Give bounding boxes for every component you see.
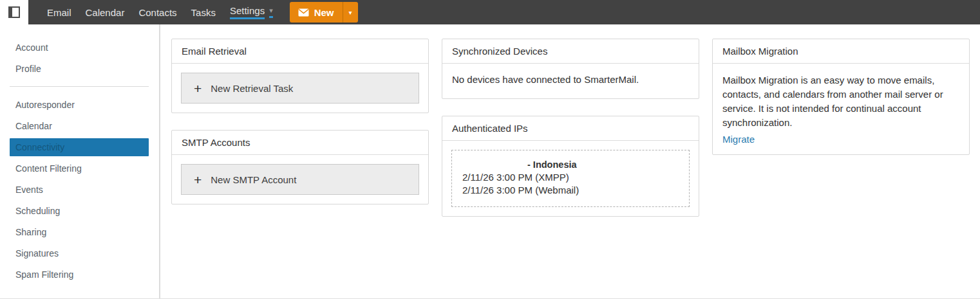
ip-session: 2/11/26 3:00 PM (XMPP) [462, 171, 679, 184]
column-2: Synchronized Devices No devices have con… [442, 39, 699, 217]
sidebar-item-calendar[interactable]: Calendar [0, 115, 159, 136]
email-retrieval-card: Email Retrieval + New Retrieval Task [171, 39, 429, 113]
sidebar-divider [10, 86, 149, 87]
sidebar-item-content-filtering[interactable]: Content Filtering [0, 158, 159, 179]
top-navigation: Email Calendar Contacts Tasks Settings ▾… [28, 0, 358, 24]
sidebar-item-account[interactable]: Account [0, 37, 159, 58]
new-dropdown-button[interactable]: ▾ [343, 2, 358, 23]
nav-item-contacts[interactable]: Contacts [131, 0, 184, 24]
sidebar-item-connectivity[interactable]: Connectivity [10, 138, 149, 156]
button-label: New SMTP Account [211, 174, 296, 185]
nav-item-label: Settings [230, 5, 265, 19]
new-button[interactable]: New [290, 2, 343, 23]
topbar: Email Calendar Contacts Tasks Settings ▾… [0, 0, 980, 24]
sidebar-item-autoresponder[interactable]: Autoresponder [0, 94, 159, 115]
card-body: - Indonesia 2/11/26 3:00 PM (XMPP) 2/11/… [442, 141, 699, 216]
authenticated-ips-card: Authenticated IPs - Indonesia 2/11/26 3:… [442, 116, 699, 217]
sidebar-item-label: Calendar [15, 121, 52, 131]
column-3: Mailbox Migration Mailbox Migration is a… [712, 39, 970, 155]
sidebar-item-profile[interactable]: Profile [0, 58, 159, 79]
nav-item-label: Calendar [86, 7, 125, 18]
nav-item-email[interactable]: Email [40, 0, 79, 24]
new-smtp-account-button[interactable]: + New SMTP Account [181, 164, 419, 195]
card-title: Authenticated IPs [442, 116, 699, 141]
nav-item-settings[interactable]: Settings ▾ [223, 0, 280, 24]
sidebar-item-label: Content Filtering [15, 163, 82, 174]
sidebar-item-events[interactable]: Events [0, 179, 159, 200]
app-logo[interactable] [0, 0, 28, 24]
sidebar-item-label: Autoresponder [15, 100, 75, 110]
sidebar-item-label: Scheduling [15, 206, 60, 216]
nav-item-label: Tasks [191, 7, 216, 18]
ip-location: - Indonesia [462, 158, 679, 171]
sidebar-item-label: Sharing [15, 227, 46, 237]
plus-icon: + [194, 173, 202, 186]
no-devices-message: No devices have connected to SmarterMail… [442, 64, 699, 98]
card-title: Email Retrieval [172, 39, 428, 64]
sidebar-item-scheduling[interactable]: Scheduling [0, 200, 159, 221]
synchronized-devices-card: Synchronized Devices No devices have con… [442, 39, 699, 99]
sidebar-item-label: Spam Filtering [15, 269, 73, 280]
new-retrieval-task-button[interactable]: + New Retrieval Task [181, 73, 419, 104]
sidebar-item-label: Account [15, 42, 48, 53]
new-button-group: New ▾ [290, 2, 358, 23]
nav-item-tasks[interactable]: Tasks [184, 0, 223, 24]
card-body: + New SMTP Account [172, 155, 428, 204]
migrate-link[interactable]: Migrate [722, 134, 755, 145]
card-title: Mailbox Migration [713, 39, 969, 64]
new-button-label: New [314, 7, 334, 18]
sidebar-item-label: Connectivity [15, 142, 64, 152]
envelope-icon [298, 8, 309, 17]
column-1: Email Retrieval + New Retrieval Task SMT… [171, 39, 429, 204]
plus-icon: + [194, 82, 202, 95]
nav-item-label: Email [47, 7, 71, 18]
settings-sidebar: Account Profile Autoresponder Calendar C… [0, 24, 160, 299]
card-body: + New Retrieval Task [172, 64, 428, 113]
sidebar-item-label: Events [15, 185, 43, 195]
authenticated-ip-entry: - Indonesia 2/11/26 3:00 PM (XMPP) 2/11/… [451, 150, 690, 207]
card-title: Synchronized Devices [442, 39, 699, 64]
button-label: New Retrieval Task [211, 83, 293, 94]
ip-session: 2/11/26 3:00 PM (Webmail) [462, 184, 679, 197]
sidebar-item-label: Profile [15, 64, 41, 74]
chevron-down-icon: ▾ [349, 9, 352, 16]
nav-item-calendar[interactable]: Calendar [79, 0, 132, 24]
smtp-accounts-card: SMTP Accounts + New SMTP Account [171, 130, 429, 204]
sidebar-item-spam-filtering[interactable]: Spam Filtering [0, 264, 159, 285]
sidebar-item-signatures[interactable]: Signatures [0, 242, 159, 264]
connectivity-panel: Email Retrieval + New Retrieval Task SMT… [162, 24, 980, 299]
sidebar-item-label: Signatures [15, 248, 59, 258]
migration-description: Mailbox Migration is an easy way to move… [713, 64, 969, 130]
mailbox-migration-card: Mailbox Migration Mailbox Migration is a… [712, 39, 970, 155]
card-title: SMTP Accounts [172, 131, 428, 155]
sidebar-toggle-icon [8, 6, 20, 18]
sidebar-item-sharing[interactable]: Sharing [0, 221, 159, 242]
nav-item-label: Contacts [138, 7, 176, 18]
chevron-down-icon: ▾ [269, 7, 273, 18]
